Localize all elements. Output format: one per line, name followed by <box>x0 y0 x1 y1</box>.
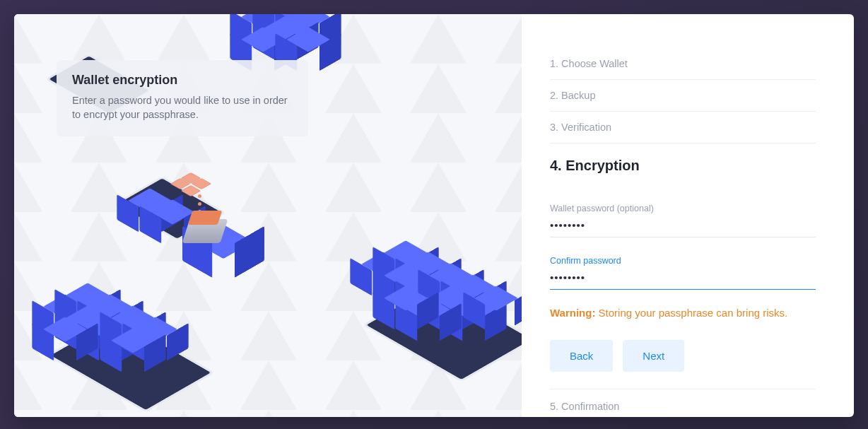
info-tooltip: Wallet encryption Enter a password you w… <box>57 60 308 136</box>
step-encryption: 4. Encryption <box>550 143 816 185</box>
password-field-group: Wallet password (optional) <box>550 204 816 237</box>
next-button[interactable]: Next <box>623 340 684 372</box>
encryption-machine-icon <box>180 198 230 247</box>
confirm-password-input[interactable] <box>550 267 816 290</box>
step-verification[interactable]: 3. Verification <box>550 112 816 143</box>
wizard-buttons: Back Next <box>550 340 816 372</box>
puzzle-piece-icon <box>173 170 223 198</box>
encryption-form: Wallet password (optional) Confirm passw… <box>550 185 816 389</box>
confirm-field-group: Confirm password <box>550 256 816 290</box>
wallet-setup-card: Wallet encryption Enter a password you w… <box>14 14 854 417</box>
tooltip-title: Wallet encryption <box>72 73 293 88</box>
step-choose-wallet[interactable]: 1. Choose Wallet <box>550 48 816 80</box>
wallet-password-input[interactable] <box>550 215 816 237</box>
confirm-password-label: Confirm password <box>550 256 816 266</box>
step-backup[interactable]: 2. Backup <box>550 80 816 112</box>
tooltip-body: Enter a password you would like to use i… <box>72 93 293 122</box>
cube-cluster <box>35 283 219 417</box>
wizard-panel: 1. Choose Wallet 2. Backup 3. Verificati… <box>522 14 854 417</box>
step-confirmation[interactable]: 5. Confirmation <box>550 389 816 417</box>
warning-prefix: Warning: <box>550 307 595 319</box>
warning-text: Warning: Storing your passphrase can bri… <box>550 307 816 319</box>
warning-message: Storing your passphrase can bring risks. <box>599 307 788 319</box>
cube-cluster <box>339 233 522 417</box>
illustration-panel: Wallet encryption Enter a password you w… <box>14 14 522 417</box>
back-button[interactable]: Back <box>550 340 613 372</box>
password-label: Wallet password (optional) <box>550 204 816 213</box>
